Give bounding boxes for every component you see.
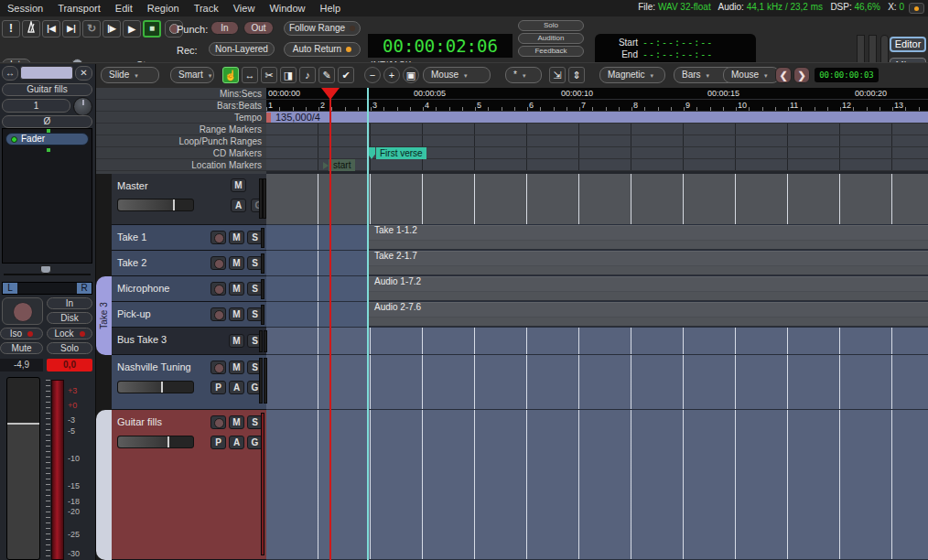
track-header-take1[interactable]: Take 1 M S: [112, 225, 266, 251]
expand-tracks-button[interactable]: ⇕: [568, 67, 585, 83]
ruler-label-location-markers[interactable]: Location Markers: [96, 159, 266, 171]
track-header-pickup[interactable]: Pick-up M S: [112, 302, 266, 328]
edit-group-tab[interactable]: [96, 410, 112, 560]
pan-thumb[interactable]: [40, 265, 51, 274]
audition-tool-button[interactable]: ♪: [299, 67, 316, 83]
solo-lock-button[interactable]: Lock: [47, 328, 92, 339]
record-enable-button[interactable]: [210, 231, 226, 244]
automation-button[interactable]: A: [231, 199, 246, 212]
minsec-ruler[interactable]: 00:00:00 00:00:05 00:00:10 00:00:15 00:0…: [266, 88, 928, 100]
menu-session[interactable]: Session: [0, 3, 50, 14]
draw-tool-button[interactable]: ✎: [318, 67, 335, 83]
snap-mode-dropdown[interactable]: Magnetic: [599, 67, 665, 83]
edit-internal-tool-button[interactable]: ✔: [338, 67, 354, 83]
punch-in-button[interactable]: In: [210, 21, 239, 35]
track-header-microphone[interactable]: Microphone M S: [112, 276, 266, 302]
ruler-label-loop-punch[interactable]: Loop/Punch Ranges: [96, 135, 266, 147]
track-name[interactable]: Take 2: [117, 257, 146, 268]
processor-active-led[interactable]: [11, 136, 17, 143]
nudge-forward-button[interactable]: ❯: [793, 67, 810, 83]
strip-record-enable-button[interactable]: [2, 297, 43, 325]
mute-button[interactable]: M: [229, 334, 244, 348]
mute-button[interactable]: M: [229, 361, 244, 374]
pan-control[interactable]: [2, 265, 92, 281]
follow-range-button[interactable]: Follow Range: [284, 21, 361, 36]
menu-window[interactable]: Window: [262, 3, 312, 14]
mute-button[interactable]: M: [229, 256, 244, 270]
canvas-row-bus-take3[interactable]: [266, 328, 928, 355]
start-value[interactable]: --:--:--:--: [642, 38, 713, 48]
menu-edit[interactable]: Edit: [108, 3, 140, 14]
strip-close-button[interactable]: ✕: [75, 66, 92, 81]
track-name[interactable]: Take 1: [117, 232, 146, 242]
nudge-clock[interactable]: 00:00:00:03: [815, 68, 879, 82]
editor-tab-button[interactable]: Editor: [890, 37, 926, 52]
bars-ruler[interactable]: 1 2 3 4 5 6 7 8 9 10 11 12 13: [266, 100, 928, 112]
metronome-button[interactable]: [22, 20, 40, 38]
play-range-button[interactable]: |▶: [103, 20, 121, 38]
automation-button[interactable]: A: [229, 436, 244, 449]
track-gain-fader[interactable]: [117, 381, 194, 393]
stretch-tool-button[interactable]: ◨: [280, 67, 297, 83]
cut-tool-button[interactable]: ✂: [261, 67, 277, 83]
track-header-bus-take3[interactable]: Bus Take 3 M S: [112, 328, 266, 355]
audio-region[interactable]: Take 1-1.2: [367, 225, 928, 250]
track-header-nashville[interactable]: Nashville Tuning M S P A G: [112, 355, 266, 410]
mute-button[interactable]: M: [231, 178, 246, 192]
ruler-label-tempo[interactable]: Tempo: [96, 112, 266, 124]
record-enable-button[interactable]: [210, 307, 226, 321]
canvas-row-master[interactable]: [266, 174, 928, 225]
strip-input-button[interactable]: 1: [2, 99, 70, 113]
track-name[interactable]: Pick-up: [117, 308, 151, 319]
track-name[interactable]: Master: [117, 180, 148, 191]
processor-box[interactable]: Fader: [2, 128, 92, 264]
record-enable-button[interactable]: [210, 361, 226, 374]
loop-button[interactable]: ↻: [82, 20, 101, 38]
menu-track[interactable]: Track: [187, 3, 226, 14]
tempo-ruler[interactable]: 135,000/4: [266, 112, 928, 124]
processor-fader-entry[interactable]: Fader: [5, 133, 89, 145]
smart-mode-button[interactable]: Smart: [170, 67, 214, 83]
canvas-row-microphone[interactable]: Audio 1-7.2: [266, 276, 928, 302]
strip-track-name-button[interactable]: Guitar fills: [2, 83, 92, 96]
ruler-label-minsec[interactable]: Mins:Secs: [96, 88, 266, 100]
cd-markers-lane[interactable]: First verse: [266, 147, 928, 159]
edit-mode-dropdown[interactable]: Slide: [101, 67, 159, 83]
punch-out-button[interactable]: Out: [243, 21, 274, 35]
menu-view[interactable]: View: [226, 3, 263, 14]
tempo-value[interactable]: 135,000/4: [275, 112, 320, 123]
audition-button[interactable]: Audition: [518, 33, 584, 44]
strip-width-button[interactable]: ↔: [2, 66, 18, 81]
ruler-label-cd-markers[interactable]: CD Markers: [96, 147, 266, 159]
automation-button[interactable]: A: [229, 381, 244, 394]
canvas-row-take1[interactable]: Take 1-1.2: [266, 225, 928, 251]
strip-mute-button[interactable]: Mute: [0, 342, 43, 354]
edit-point-dropdown[interactable]: Mouse: [723, 67, 780, 83]
ruler-area[interactable]: 00:00:00 00:00:05 00:00:10 00:00:15 00:0…: [266, 88, 928, 174]
midi-panic-button[interactable]: !: [2, 20, 20, 38]
ruler-label-barsbeats[interactable]: Bars:Beats: [96, 100, 266, 112]
record-enable-button[interactable]: [210, 282, 226, 296]
ruler-label-range-markers[interactable]: Range Markers: [96, 124, 266, 135]
track-header-guitar-fills[interactable]: Guitar fills M S P A G: [112, 410, 266, 560]
playhead-line[interactable]: [329, 88, 331, 560]
audio-region[interactable]: Audio 2-7.6: [367, 302, 928, 327]
mute-button[interactable]: M: [229, 282, 244, 296]
canvas-row-pickup[interactable]: Audio 2-7.6: [266, 302, 928, 328]
track-gain-fader[interactable]: [117, 436, 194, 448]
audio-region[interactable]: Audio 1-7.2: [367, 276, 928, 301]
strip-name-field[interactable]: [20, 66, 73, 80]
error-log-led-button[interactable]: [909, 3, 924, 14]
record-mode-button[interactable]: Non-Layered: [209, 42, 275, 56]
menu-region[interactable]: Region: [140, 3, 187, 14]
processor-insert-point-bottom[interactable]: [47, 148, 50, 152]
audio-region[interactable]: Take 2-1.7: [367, 251, 928, 275]
menu-transport[interactable]: Transport: [50, 3, 108, 14]
playhead-head[interactable]: [321, 88, 340, 100]
end-value[interactable]: --:--:--:--: [642, 49, 713, 59]
gain-display[interactable]: -4,9: [0, 359, 43, 372]
range-markers-lane[interactable]: [266, 124, 928, 135]
track-name[interactable]: Guitar fills: [117, 416, 162, 427]
editor-canvas[interactable]: Take 1-1.2 Take 2-1.7 Audio 1-7.2 Audio …: [266, 174, 928, 560]
playlist-button[interactable]: P: [210, 436, 226, 449]
